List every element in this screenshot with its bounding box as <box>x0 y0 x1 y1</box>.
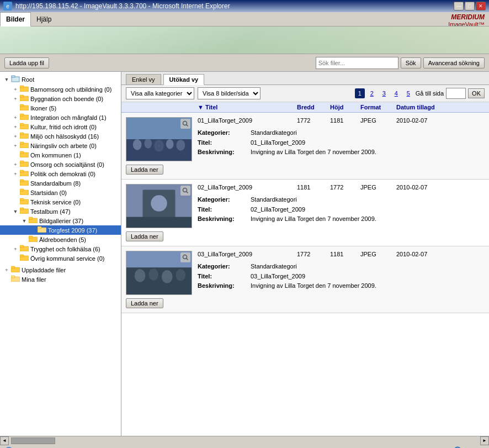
tree-toggle[interactable]: + <box>11 115 20 120</box>
svg-rect-35 <box>29 236 33 238</box>
search-overlay-1[interactable] <box>180 119 190 129</box>
page-5[interactable]: 5 <box>403 88 413 98</box>
tab-utokad[interactable]: Utökad vy <box>163 74 205 85</box>
horizontal-scrollbar[interactable]: ◄ ► <box>0 436 489 445</box>
svg-rect-33 <box>38 226 41 229</box>
goto-input[interactable] <box>446 88 466 99</box>
tree-toggle[interactable]: ▼ <box>20 218 29 224</box>
menu-hjalp[interactable]: Hjälp <box>31 12 57 26</box>
sidebar-item-teknisk[interactable]: Teknisk service (0) <box>0 197 121 207</box>
download-button-2[interactable]: Ladda ner <box>126 231 163 241</box>
sidebar-item-byggnation[interactable]: + Byggnation och boende (0) <box>0 94 121 103</box>
sidebar-item-ovrig[interactable]: Övrig kommunal service (0) <box>0 254 121 263</box>
sidebar-item-mina-filer[interactable]: Mina filer <box>0 275 121 284</box>
tree-toggle[interactable]: ▼ <box>2 77 11 82</box>
col-header-hojd[interactable]: Höjd <box>330 104 360 110</box>
tree-toggle[interactable]: + <box>11 143 20 149</box>
advanced-search-button[interactable]: Avancerad sökning <box>423 57 485 68</box>
tree-toggle[interactable] <box>2 277 11 282</box>
sidebar-item-naringsliv[interactable]: + Näringsliv och arbete (0) <box>0 141 121 150</box>
svg-line-59 <box>187 192 188 193</box>
col-header-title[interactable]: ▼ Titel <box>198 104 297 110</box>
scroll-thumb[interactable] <box>11 438 55 444</box>
sidebar-item-label: Övrig kommunal service (0) <box>30 255 104 262</box>
scroll-left-button[interactable]: ◄ <box>0 436 9 445</box>
page-4[interactable]: 4 <box>391 88 401 98</box>
root-label: Root <box>22 76 34 83</box>
tree-toggle[interactable]: + <box>11 171 20 177</box>
col-header-format[interactable]: Format <box>360 104 396 110</box>
tree-toggle[interactable] <box>11 152 20 158</box>
tree-toggle[interactable]: + <box>11 124 20 130</box>
sidebar-item-standardalbum[interactable]: Standardalbum (8) <box>0 178 121 188</box>
search-overlay-2[interactable] <box>180 186 190 196</box>
sidebar-item-integration[interactable]: + Integration och mångfald (1) <box>0 113 121 122</box>
perpage-filter[interactable]: Visa 8 bilder/sida <box>198 87 261 99</box>
sidebar-item-torgfest[interactable]: Torgfest 2009 (37) <box>0 225 121 235</box>
search-overlay-3[interactable] <box>180 252 190 262</box>
download-button-3[interactable]: Ladda ner <box>126 298 163 308</box>
tree-toggle[interactable]: + <box>11 134 20 139</box>
menu-bilder[interactable]: Bilder <box>0 12 31 27</box>
tree-toggle[interactable]: + <box>11 162 20 167</box>
tree-toggle[interactable] <box>11 199 20 205</box>
sidebar-item-label: Teknisk service (0) <box>30 199 81 205</box>
sidebar-item-startsidan[interactable]: Startsidan (0) <box>0 188 121 197</box>
tab-enkel[interactable]: Enkel vy <box>126 74 161 85</box>
svg-line-53 <box>187 125 188 127</box>
search-button[interactable]: Sök <box>401 57 421 68</box>
column-headers: ▼ Titel Bredd Höjd Format Datum tillagd <box>121 102 489 113</box>
category-filter[interactable]: Visa alla kategorier <box>126 87 194 99</box>
download-button-1[interactable]: Ladda ner <box>126 165 163 175</box>
sidebar: ▼ Root + Barnomsorg och utbildning (0) +… <box>0 72 121 436</box>
folder-icon <box>20 254 29 262</box>
tree-toggle[interactable] <box>11 181 20 186</box>
tree-toggle[interactable] <box>11 256 20 261</box>
sidebar-item-aldreboenden[interactable]: Äldreboenden (5) <box>0 235 121 244</box>
tree-toggle[interactable] <box>29 228 38 233</box>
image-meta-1: 01_LillaTorget_2009 1772 1181 JPEG 2010-… <box>198 117 485 157</box>
maximize-button[interactable]: □ <box>465 2 475 10</box>
search-input[interactable] <box>316 57 398 69</box>
tree-toggle[interactable] <box>11 190 20 196</box>
sidebar-item-om-kommunen[interactable]: Om kommunen (1) <box>0 150 121 160</box>
page-2[interactable]: 2 <box>367 88 377 98</box>
meta-label-beskrivning-3: Beskrivning: <box>198 281 247 291</box>
sidebar-item-trygghet[interactable]: + Trygghet och folkhälsa (6) <box>0 244 121 254</box>
meta-label-titel-1: Titel: <box>198 138 247 148</box>
sidebar-item-miljo[interactable]: + Miljö och hälsoskydd (16) <box>0 131 121 141</box>
tree-toggle[interactable]: + <box>11 246 20 252</box>
tree-toggle[interactable]: + <box>11 87 20 92</box>
upload-button[interactable]: Ladda upp fil <box>4 57 49 68</box>
sidebar-item-barnomsorg[interactable]: + Barnomsorg och utbildning (0) <box>0 85 121 94</box>
page-1[interactable]: 1 <box>355 88 365 98</box>
tree-toggle[interactable] <box>20 237 29 243</box>
image-row-top-2: 02_LillaTorget_2009 1181 1772 JPEG 2010-… <box>198 184 485 191</box>
close-button[interactable]: ✕ <box>476 2 486 10</box>
col-header-bredd[interactable]: Bredd <box>297 104 330 110</box>
minimize-button[interactable]: — <box>454 2 464 10</box>
meta-value-titel-1: 01_LillaTorget_2009 <box>251 138 305 148</box>
tree-toggle[interactable]: ▼ <box>11 209 20 214</box>
folder-icon <box>20 94 29 103</box>
sidebar-item-bildgallerier[interactable]: ▼ Bildgallerier (37) <box>0 216 121 225</box>
sidebar-item-politik[interactable]: + Politik och demokrati (0) <box>0 169 121 178</box>
page-3[interactable]: 3 <box>379 88 389 98</box>
sidebar-item-kultur[interactable]: + Kultur, fritid och idrott (0) <box>0 122 121 131</box>
thumbnail-2[interactable] <box>126 184 192 228</box>
tree-toggle[interactable]: + <box>11 96 20 102</box>
sidebar-item-testalbum[interactable]: ▼ Testalbum (47) <box>0 207 121 216</box>
cell-format-2: JPEG <box>360 184 396 191</box>
sidebar-item-omsorg[interactable]: + Omsorg och socialtjänst (0) <box>0 160 121 169</box>
sidebar-item-uppladdade[interactable]: + Uppladdade filer <box>0 265 121 275</box>
sidebar-item-ikoner[interactable]: Ikoner (5) <box>0 103 121 113</box>
col-header-datum[interactable]: Datum tillagd <box>396 104 451 110</box>
tree-toggle[interactable] <box>11 106 20 111</box>
scroll-right-button[interactable]: ► <box>480 436 489 445</box>
thumbnail-3[interactable] <box>126 251 192 295</box>
thumbnail-1[interactable] <box>126 117 192 161</box>
folder-icon <box>29 235 38 244</box>
tree-toggle[interactable]: + <box>2 267 11 273</box>
goto-ok-button[interactable]: OK <box>468 88 485 98</box>
tree-root[interactable]: ▼ Root <box>0 74 121 85</box>
